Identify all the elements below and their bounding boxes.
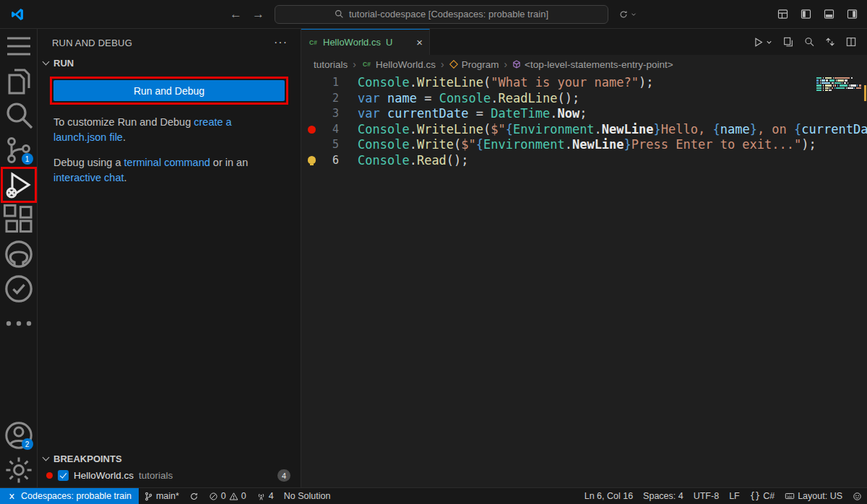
- ellipsis-icon: [1, 306, 36, 341]
- files-icon: [1, 64, 36, 98]
- encoding[interactable]: UTF-8: [689, 488, 724, 504]
- search-editor-icon[interactable]: [803, 36, 815, 48]
- tab-label: HelloWorld.cs: [323, 37, 381, 48]
- gear-icon: [1, 453, 36, 487]
- code-line[interactable]: 2var name = Console.ReadLine();: [301, 91, 867, 107]
- gutter[interactable]: 2: [301, 91, 358, 107]
- remote-icon: [7, 492, 17, 501]
- sidebar-item-github[interactable]: [1, 237, 36, 271]
- line-number: 4: [332, 122, 339, 138]
- split-editor-icon[interactable]: [845, 36, 857, 48]
- solution-status[interactable]: No Solution: [279, 488, 336, 504]
- breadcrumb-entry-point[interactable]: <top-level-statements-entry-point>: [512, 59, 673, 70]
- more-views-button[interactable]: [1, 306, 36, 341]
- run-debug-sidebar: RUN AND DEBUG ··· RUN Run and Debug To c…: [38, 29, 301, 487]
- breadcrumb-folder[interactable]: tutorials: [314, 59, 348, 70]
- breadcrumb-class[interactable]: Program: [449, 59, 499, 70]
- breadcrumb-separator: ›: [504, 58, 507, 70]
- remote-label: Codespaces: probable train: [21, 491, 131, 501]
- line-number: 6: [332, 153, 339, 169]
- branch-status[interactable]: main*: [139, 488, 184, 504]
- breakpoint-file: HelloWorld.cs: [74, 470, 134, 481]
- terminal-command-link[interactable]: terminal command: [124, 157, 210, 168]
- overview-ruler-marker: [864, 85, 866, 101]
- chevron-down-icon: [43, 58, 50, 66]
- errors-icon: [209, 492, 218, 501]
- code-line[interactable]: 5Console.Write($"{Environment.NewLine}Pr…: [301, 137, 867, 153]
- breakpoint-dot-icon: [46, 472, 53, 479]
- back-arrow-icon[interactable]: ←: [230, 8, 242, 20]
- interactive-chat-link[interactable]: interactive chat: [53, 172, 124, 183]
- menu-button[interactable]: [1, 29, 36, 64]
- run-section-header[interactable]: RUN: [38, 56, 301, 70]
- eol-label: LF: [729, 491, 740, 501]
- lightbulb-icon[interactable]: [308, 156, 316, 164]
- run-debug-icon: [1, 168, 36, 202]
- code-line[interactable]: 6Console.Read();: [301, 153, 867, 169]
- code-text: var currentDate = DateTime.Now;: [358, 106, 867, 122]
- accounts-badge: 2: [22, 438, 33, 450]
- toggle-panel-icon[interactable]: [823, 8, 835, 20]
- breakpoint-count-badge: 4: [277, 469, 290, 482]
- sidebar-item-extensions[interactable]: [1, 202, 36, 237]
- keyboard-layout[interactable]: Layout: US: [780, 488, 847, 504]
- eol-sequence[interactable]: LF: [724, 488, 745, 504]
- extensions-icon: [1, 202, 36, 237]
- code-line[interactable]: 1Console.WriteLine("What is your name?")…: [301, 75, 867, 91]
- customize-layout-icon[interactable]: [777, 8, 789, 20]
- sidebar-item-run-debug[interactable]: [1, 168, 36, 202]
- sidebar-item-source-control[interactable]: 1: [1, 133, 36, 168]
- breakpoint-checkbox[interactable]: [58, 470, 69, 481]
- run-and-debug-button[interactable]: Run and Debug: [53, 80, 285, 101]
- ports-status[interactable]: 4: [251, 488, 279, 504]
- sidebar-item-search[interactable]: [1, 98, 36, 133]
- gutter[interactable]: 4: [301, 122, 358, 138]
- sidebar-item-explorer[interactable]: [1, 64, 36, 98]
- breakpoint-list-item[interactable]: HelloWorld.cs tutorials 4: [38, 467, 301, 486]
- red-annotation-box: Run and Debug: [50, 77, 288, 105]
- code-line[interactable]: 3var currentDate = DateTime.Now;: [301, 106, 867, 122]
- keyboard-icon: [785, 491, 795, 501]
- search-text: tutorial-codespace [Codespaces: probable…: [349, 9, 548, 19]
- breadcrumb-file[interactable]: C# HelloWorld.cs: [361, 59, 436, 70]
- views-more-actions-icon[interactable]: ···: [274, 36, 288, 49]
- code-editor[interactable]: 1Console.WriteLine("What is your name?")…: [301, 74, 867, 487]
- open-changes-icon[interactable]: [782, 36, 794, 48]
- toggle-sidebar-icon[interactable]: [800, 8, 812, 20]
- sync-status[interactable]: [184, 488, 204, 504]
- status-bar: Codespaces: probable train main* 0 0 4 N…: [0, 487, 867, 504]
- settings-button[interactable]: [1, 453, 36, 487]
- chevron-down-icon: [765, 38, 773, 46]
- code-line[interactable]: 4Console.WriteLine($"{Environment.NewLin…: [301, 122, 867, 138]
- remote-indicator[interactable]: Codespaces: probable train: [0, 488, 139, 504]
- toggle-secondary-sidebar-icon[interactable]: [846, 8, 858, 20]
- tab-helloworld[interactable]: C# HelloWorld.cs U ×: [301, 29, 430, 55]
- feedback-button[interactable]: [847, 488, 867, 504]
- accounts-button[interactable]: 2: [1, 418, 36, 453]
- breakpoints-header[interactable]: BREAKPOINTS: [38, 451, 301, 467]
- code-lines: 1Console.WriteLine("What is your name?")…: [301, 74, 867, 169]
- command-center-search[interactable]: tutorial-codespace [Codespaces: probable…: [275, 5, 608, 24]
- minimap[interactable]: [816, 77, 861, 92]
- radio-tower-icon: [256, 492, 266, 501]
- indentation[interactable]: Spaces: 4: [638, 488, 689, 504]
- close-icon[interactable]: ×: [416, 36, 423, 48]
- run-or-debug-button[interactable]: [752, 36, 773, 48]
- problems-status[interactable]: 0 0: [204, 488, 251, 504]
- title-bar: ← → tutorial-codespace [Codespaces: prob…: [0, 0, 867, 29]
- forward-arrow-icon[interactable]: →: [252, 8, 264, 20]
- gutter[interactable]: 3: [301, 106, 358, 122]
- breakpoint-dot[interactable]: [308, 126, 316, 134]
- code-text: Console.Write($"{Environment.NewLine}Pre…: [358, 137, 867, 153]
- vscode-logo: [10, 7, 25, 22]
- github-icon: [1, 237, 36, 271]
- sidebar-item-testing[interactable]: [1, 271, 36, 306]
- language-mode[interactable]: {} C#: [745, 488, 780, 504]
- gutter[interactable]: 1: [301, 75, 358, 91]
- gutter[interactable]: 5: [301, 137, 358, 153]
- line-number: 3: [332, 106, 339, 122]
- gutter[interactable]: 6: [301, 153, 358, 169]
- workspace-switch-icon[interactable]: [618, 9, 637, 19]
- cursor-position[interactable]: Ln 6, Col 16: [579, 488, 638, 504]
- sync-changes-icon[interactable]: [824, 36, 836, 48]
